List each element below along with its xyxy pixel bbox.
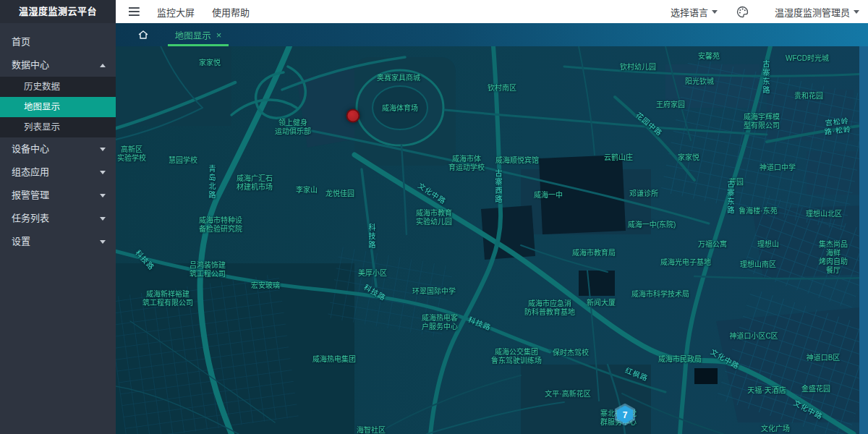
map-poi-label: 慧园学校 bbox=[169, 156, 197, 165]
data-center-submenu: 历史数据 地图显示 列表显示 bbox=[0, 77, 116, 137]
map-poi-label: 邓谦诊所 bbox=[629, 190, 658, 198]
home-tab-icon[interactable] bbox=[137, 29, 149, 43]
map-poi-label: 理想山南区 bbox=[740, 260, 776, 269]
map-poi-label: 家家悦 bbox=[678, 153, 699, 162]
map-poi-label: 文平·高新花区 bbox=[545, 390, 590, 399]
map-road-label: 文化中路 bbox=[709, 348, 741, 371]
map-poi-label: 威海市特种设 备检验研究院 bbox=[199, 216, 242, 234]
map-poi-label: 神道口小区C区 bbox=[729, 332, 778, 341]
map-poi-label: 李家山 bbox=[296, 186, 318, 195]
cluster-count: 7 bbox=[617, 406, 633, 424]
menu-item-help[interactable]: 使用帮助 bbox=[212, 5, 250, 19]
sidebar-subitem-history-data[interactable]: 历史数据 bbox=[0, 77, 116, 97]
map-poi-label: 理想山北区 bbox=[806, 210, 842, 218]
tab-close-icon[interactable]: × bbox=[216, 30, 222, 40]
sidebar-item-settings[interactable]: 设置 bbox=[0, 230, 116, 253]
map-poi-label: 威海新祥裕建 筑工程有限公司 bbox=[142, 290, 193, 307]
sidebar-item-task-list[interactable]: 任务列表 bbox=[0, 207, 116, 230]
map-poi-label: 威海热电客 户服务中心 bbox=[422, 314, 458, 331]
map-poi-label: 鲁海楼·东苑 bbox=[739, 207, 777, 216]
map-poi-label: 领上健身 运动俱乐部 bbox=[275, 119, 311, 136]
map-poi-label: 威海市体 育运动学校 bbox=[448, 155, 485, 172]
map-poi-label: 威海市应急消 防科普教育基地 bbox=[524, 299, 575, 317]
sidebar-item-alarm-management[interactable]: 报警管理 bbox=[0, 184, 116, 207]
map-poi-label: 芳园 bbox=[729, 178, 744, 187]
map-poi-label: 吕鸿装饰建 筑工程公司 bbox=[190, 261, 226, 278]
top-header: 监控大屏 使用帮助 选择语言 温湿度监测管理员 bbox=[116, 0, 868, 23]
tab-map-display[interactable]: 地图显示 × bbox=[168, 23, 229, 46]
map-road-label: 古寨东路 bbox=[726, 180, 734, 215]
map-view[interactable]: 家家悦奥赛家具商城威海体育场钦村南区钦村幼儿园安馨苑WFCD时光城阳光钦城王府家… bbox=[116, 46, 868, 434]
sidebar-nav: 首页 数据中心 历史数据 地图显示 列表显示 设备中心 组态应用 报警管理 任务… bbox=[0, 23, 116, 253]
map-poi-label: 威海体育场 bbox=[382, 104, 418, 113]
map-poi-label: 威海一中(东院) bbox=[628, 221, 676, 229]
device-marker[interactable] bbox=[346, 109, 360, 123]
map-poi-label: 威海顺悦宾馆 bbox=[495, 156, 539, 165]
chevron-down-icon bbox=[100, 148, 106, 151]
cluster-marker[interactable]: 7 bbox=[615, 404, 635, 426]
map-poi-label: 云鹤山庄 bbox=[604, 153, 633, 162]
map-poi-label: 天福·天酒店 bbox=[747, 386, 786, 395]
map-poi-label: 威海热电集团 bbox=[312, 355, 356, 364]
map-poi-label: 钦村南区 bbox=[488, 84, 516, 93]
map-poi-label: 万福公寓 bbox=[698, 240, 727, 249]
map-poi-label: 神道口B区 bbox=[807, 354, 841, 362]
map-poi-label: 威海市科学技术局 bbox=[631, 290, 689, 299]
sidebar-item-configuration[interactable]: 组态应用 bbox=[0, 161, 116, 184]
map-road-label: 科技路 bbox=[362, 284, 388, 303]
map-poi-label: 安馨苑 bbox=[698, 52, 720, 61]
language-selector[interactable]: 选择语言 bbox=[671, 5, 718, 19]
map-poi-label: 金盛花园 bbox=[801, 385, 830, 393]
user-menu[interactable]: 温湿度监测管理员 bbox=[775, 5, 859, 19]
map-poi-label: 威海广汇石 材建机市场 bbox=[237, 174, 273, 192]
map-poi-label: 威海公交集团 鲁东驾驶训练场 bbox=[491, 348, 542, 365]
map-overlay: 家家悦奥赛家具商城威海体育场钦村南区钦村幼儿园安馨苑WFCD时光城阳光钦城王府家… bbox=[116, 46, 868, 434]
map-road-label: 科技路 bbox=[134, 249, 156, 273]
sidebar-item-device-center[interactable]: 设备中心 bbox=[0, 137, 116, 161]
collapse-sidebar-icon[interactable] bbox=[129, 7, 140, 16]
map-poi-label: 威海市教育 实验幼儿园 bbox=[416, 209, 452, 226]
sidebar-subitem-map-display[interactable]: 地图显示 bbox=[0, 97, 116, 117]
map-road-label: 花园中路 bbox=[634, 111, 663, 137]
map-poi-label: 高新区 实验学校 bbox=[117, 145, 146, 163]
chevron-down-icon bbox=[100, 240, 106, 244]
map-road-label: 古寨西路 bbox=[493, 169, 502, 204]
menu-item-monitor-screen[interactable]: 监控大屏 bbox=[157, 5, 195, 19]
map-poi-label: 文化广场 bbox=[761, 425, 790, 433]
chevron-down-icon bbox=[854, 10, 859, 14]
map-poi-label: 神道口中学 bbox=[760, 163, 796, 172]
chevron-down-icon bbox=[100, 217, 106, 221]
map-road-label: 青岛北路 bbox=[207, 165, 216, 200]
map-poi-label: 美厚小区 bbox=[358, 269, 387, 278]
tab-bar: 地图显示 × bbox=[116, 23, 868, 46]
map-poi-label: 威海市教育局 bbox=[572, 249, 616, 258]
sidebar-subitem-list-display[interactable]: 列表显示 bbox=[0, 117, 116, 137]
map-poi-label: 宏安玻璃 bbox=[251, 281, 280, 290]
map-poi-label: WFCD时光城 bbox=[786, 54, 829, 63]
map-poi-label: 新闻大厦 bbox=[587, 299, 616, 307]
map-poi-label: 威海光电子基地 bbox=[660, 258, 711, 267]
sidebar: 温湿度监测云平台 首页 数据中心 历史数据 地图显示 列表显示 设备中心 组态应… bbox=[0, 0, 116, 434]
chevron-down-icon bbox=[100, 194, 106, 197]
map-poi-label: 威海一中 bbox=[534, 191, 563, 200]
map-poi-label: 海智社区 bbox=[357, 426, 386, 434]
map-poi-label: 家家悦 bbox=[199, 59, 221, 67]
map-poi-label: 环翠国际中学 bbox=[412, 287, 456, 296]
map-road-label: 红枫路 bbox=[624, 366, 649, 383]
chevron-up-icon bbox=[100, 64, 106, 67]
map-poi-label: 威海宇辉模 型有限公司 bbox=[744, 113, 780, 130]
map-road-label: 科技路 bbox=[467, 315, 492, 332]
map-poi-label: 钦村幼儿园 bbox=[620, 63, 656, 72]
theme-palette-icon[interactable] bbox=[736, 6, 749, 18]
map-poi-label: 威海市民政局 bbox=[658, 355, 702, 364]
app-title: 温湿度监测云平台 bbox=[0, 0, 116, 23]
map-road-label: 文化中路 bbox=[792, 399, 824, 421]
tab-label: 地图显示 bbox=[175, 28, 211, 42]
map-poi-label: 龙悦佳园 bbox=[326, 190, 354, 198]
map-poi-label: 贵和花园 bbox=[794, 92, 823, 101]
map-poi-label: 理想山 bbox=[757, 240, 779, 249]
map-poi-label: 阳光钦城 bbox=[685, 77, 714, 86]
sidebar-item-home[interactable]: 首页 bbox=[0, 30, 116, 54]
sidebar-item-data-center[interactable]: 数据中心 bbox=[0, 54, 116, 77]
map-poi-label: 王府家园 bbox=[656, 101, 685, 109]
